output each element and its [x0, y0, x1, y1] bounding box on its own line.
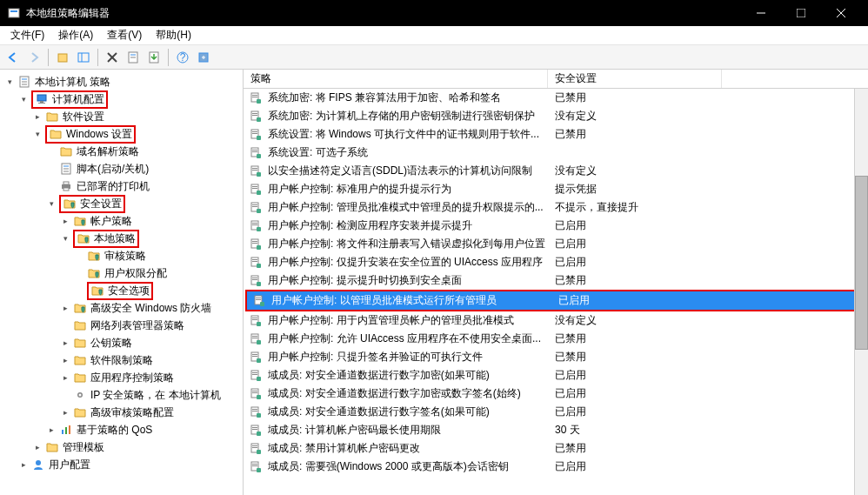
- tree-local-policies[interactable]: ▾本地策略: [0, 230, 243, 247]
- close-button[interactable]: [821, 0, 861, 26]
- policy-row[interactable]: 域成员: 计算机帐户密码最长使用期限30 天: [244, 421, 868, 439]
- policy-row[interactable]: 系统加密: 将 FIPS 兼容算法用于加密、哈希和签名已禁用: [244, 89, 868, 107]
- expand-toggle-icon[interactable]: ▾: [61, 234, 70, 244]
- forward-button[interactable]: [24, 48, 43, 67]
- expand-toggle-icon[interactable]: ▸: [61, 304, 70, 313]
- expand-toggle-icon[interactable]: ▸: [33, 112, 43, 122]
- tree-software-restriction[interactable]: ▸软件限制策略: [0, 351, 243, 369]
- tree-computer-config[interactable]: ▾计算机配置: [0, 90, 243, 108]
- tree-account-policies[interactable]: ▸帐户策略: [0, 212, 243, 230]
- expand-toggle-icon[interactable]: ▾: [33, 130, 43, 139]
- policy-row[interactable]: 用户帐户控制: 标准用户的提升提示行为提示凭据: [244, 180, 868, 198]
- tree-adv-audit[interactable]: ▸高级审核策略配置: [0, 404, 243, 421]
- policy-row[interactable]: 用户帐户控制: 管理员批准模式中管理员的提升权限提示的...不提示，直接提升: [244, 198, 868, 217]
- policy-row[interactable]: 域成员: 需要强(Windows 2000 或更高版本)会话密钥已启用: [244, 458, 868, 476]
- tree-scripts[interactable]: 脚本(启动/关机): [0, 160, 243, 177]
- expand-toggle-icon[interactable]: ▸: [61, 338, 70, 348]
- svg-rect-63: [252, 204, 257, 205]
- policy-row[interactable]: 用户帐户控制: 检测应用程序安装并提示提升已启用: [244, 217, 868, 235]
- help-button[interactable]: ?: [173, 48, 192, 67]
- tree-security-options[interactable]: 安全选项: [0, 282, 243, 299]
- menu-view[interactable]: 查看(V): [100, 26, 149, 44]
- tree-audit-policy[interactable]: 审核策略: [0, 247, 243, 264]
- tree-qos[interactable]: ▸基于策略的 QoS: [0, 421, 243, 438]
- tree-user-rights[interactable]: 用户权限分配: [0, 264, 243, 282]
- policy-icon: [247, 257, 264, 269]
- policy-row[interactable]: 系统设置: 可选子系统: [244, 144, 868, 162]
- policy-row[interactable]: 用户帐户控制: 提示提升时切换到安全桌面已禁用: [244, 271, 868, 290]
- tree-node-label: 公钥策略: [90, 336, 132, 351]
- maximize-button[interactable]: [781, 0, 821, 26]
- tree-user-config[interactable]: ▸用户配置: [0, 456, 243, 473]
- column-setting[interactable]: 安全设置: [548, 70, 722, 88]
- up-button[interactable]: [53, 48, 72, 67]
- expand-toggle-icon[interactable]: ▾: [5, 77, 15, 87]
- expand-toggle-icon[interactable]: ▸: [33, 443, 43, 452]
- expand-toggle-icon[interactable]: ▾: [19, 95, 29, 104]
- policy-row[interactable]: 域成员: 对安全通道数据进行数字加密或数字签名(始终)已启用: [244, 385, 868, 403]
- list-body[interactable]: 系统加密: 将 FIPS 兼容算法用于加密、哈希和签名已禁用系统加密: 为计算机…: [244, 89, 868, 495]
- tree-firewall[interactable]: ▸高级安全 Windows 防火墙: [0, 299, 243, 317]
- expand-toggle-icon[interactable]: ▸: [61, 356, 70, 365]
- svg-rect-71: [252, 241, 257, 242]
- policy-row[interactable]: 以安全描述符定义语言(SDDL)语法表示的计算机访问限制没有定义: [244, 162, 868, 180]
- expand-toggle-icon[interactable]: ▸: [61, 408, 70, 418]
- policy-icon: [247, 110, 264, 123]
- svg-rect-6: [58, 54, 67, 62]
- policy-row[interactable]: 用户帐户控制: 允许 UIAccess 应用程序在不使用安全桌面...已禁用: [244, 330, 868, 348]
- menu-file[interactable]: 文件(F): [3, 26, 51, 44]
- expand-toggle-icon[interactable]: [61, 321, 70, 331]
- svg-rect-96: [252, 356, 257, 357]
- policy-row[interactable]: 用户帐户控制: 只提升签名并验证的可执行文件已禁用: [244, 348, 868, 366]
- policy-row[interactable]: 用户帐户控制: 将文件和注册表写入错误虚拟化到每用户位置已启用: [244, 235, 868, 253]
- policy-row[interactable]: 系统设置: 将 Windows 可执行文件中的证书规则用于软件...已禁用: [244, 125, 868, 144]
- expand-toggle-icon[interactable]: ▸: [19, 460, 29, 470]
- policy-row[interactable]: 域成员: 对安全通道数据进行数字签名(如果可能)已启用: [244, 403, 868, 421]
- tree-windows-settings[interactable]: ▾Windows 设置: [0, 125, 243, 143]
- delete-button[interactable]: [103, 48, 122, 67]
- tree-ipsec[interactable]: IP 安全策略，在 本地计算机: [0, 386, 243, 404]
- expand-toggle-icon[interactable]: [47, 182, 57, 191]
- column-policy[interactable]: 策略: [244, 70, 548, 88]
- svg-rect-97: [257, 358, 261, 363]
- tree-dns-policy[interactable]: 域名解析策略: [0, 143, 243, 160]
- tree-node-label: 安全选项: [108, 284, 150, 298]
- expand-toggle-icon[interactable]: ▸: [61, 373, 70, 383]
- export-button[interactable]: [144, 48, 164, 67]
- show-hide-button[interactable]: [74, 48, 93, 67]
- tree-public-key[interactable]: ▸公钥策略: [0, 334, 243, 351]
- properties-button[interactable]: [124, 48, 143, 67]
- expand-toggle-icon[interactable]: ▸: [61, 217, 70, 226]
- expand-toggle-icon[interactable]: [75, 269, 84, 278]
- filter-button[interactable]: [194, 48, 213, 67]
- policy-row[interactable]: 用户帐户控制: 用于内置管理员帐户的管理员批准模式没有定义: [244, 311, 868, 330]
- expand-toggle-icon[interactable]: [75, 286, 84, 296]
- scrollbar-thumb[interactable]: [855, 176, 868, 350]
- vertical-scrollbar[interactable]: [854, 89, 868, 495]
- tree-network-list[interactable]: 网络列表管理器策略: [0, 317, 243, 334]
- svg-rect-89: [257, 322, 261, 326]
- expand-toggle-icon[interactable]: [47, 147, 57, 157]
- expand-toggle-icon[interactable]: [61, 391, 70, 400]
- policy-row[interactable]: 域成员: 对安全通道数据进行数字加密(如果可能)已启用: [244, 366, 868, 385]
- tree-root[interactable]: ▾本地计算机 策略: [0, 73, 243, 90]
- tree-security-settings[interactable]: ▾安全设置: [0, 195, 243, 212]
- expand-toggle-icon[interactable]: [75, 251, 84, 261]
- minimize-button[interactable]: [741, 0, 781, 26]
- policy-row[interactable]: 用户帐户控制: 仅提升安装在安全位置的 UIAccess 应用程序已启用: [244, 253, 868, 271]
- back-button[interactable]: [3, 48, 23, 67]
- policy-row[interactable]: 域成员: 禁用计算机帐户密码更改已禁用: [244, 439, 868, 458]
- tree-printers[interactable]: 已部署的打印机: [0, 177, 243, 195]
- policy-row[interactable]: 用户帐户控制: 以管理员批准模式运行所有管理员已启用: [247, 291, 865, 310]
- menu-help[interactable]: 帮助(H): [149, 26, 198, 44]
- expand-toggle-icon[interactable]: ▸: [47, 425, 57, 435]
- tree-software-settings[interactable]: ▸软件设置: [0, 108, 243, 125]
- tree-app-control[interactable]: ▸应用程序控制策略: [0, 369, 243, 386]
- expand-toggle-icon[interactable]: ▾: [47, 199, 57, 209]
- expand-toggle-icon[interactable]: [47, 164, 57, 174]
- policy-row[interactable]: 系统加密: 为计算机上存储的用户密钥强制进行强密钥保护没有定义: [244, 107, 868, 125]
- tree-admin-templates[interactable]: ▸管理模板: [0, 438, 243, 456]
- menu-action[interactable]: 操作(A): [51, 26, 100, 44]
- tree-panel[interactable]: ▾本地计算机 策略▾计算机配置▸软件设置▾Windows 设置域名解析策略脚本(…: [0, 70, 244, 495]
- svg-rect-67: [252, 223, 257, 224]
